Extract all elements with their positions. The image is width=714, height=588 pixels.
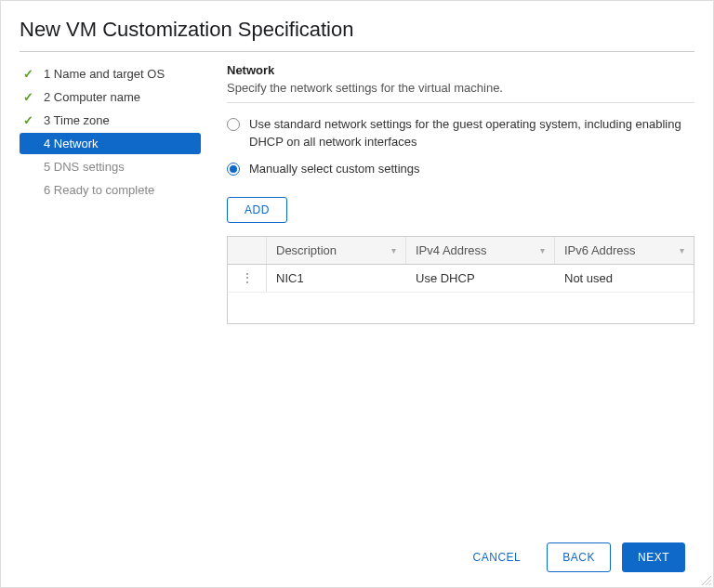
add-button[interactable]: ADD: [227, 197, 287, 223]
cell-ipv6: Not used: [555, 265, 694, 292]
resize-grip-icon[interactable]: [702, 576, 711, 585]
filter-icon[interactable]: ▾: [680, 245, 684, 255]
table-header: Description ▾ IPv4 Address ▾ IPv6 Addres…: [228, 237, 694, 265]
section-description: Specify the network settings for the vir…: [227, 81, 694, 95]
col-actions: [228, 237, 267, 264]
step-time-zone[interactable]: ✓ 3 Time zone: [20, 110, 201, 131]
section-heading: Network: [227, 63, 694, 77]
filter-icon[interactable]: ▾: [540, 245, 545, 255]
col-description[interactable]: Description ▾: [267, 237, 406, 264]
radio-icon[interactable]: [227, 163, 240, 176]
network-table: Description ▾ IPv4 Address ▾ IPv6 Addres…: [227, 236, 694, 324]
back-button[interactable]: BACK: [547, 542, 611, 572]
option-standard-label: Use standard network settings for the gu…: [249, 116, 694, 151]
row-menu-icon[interactable]: ⋮: [228, 265, 267, 292]
step-ready-complete[interactable]: ✓ 6 Ready to complete: [20, 179, 201, 201]
option-manual-label: Manually select custom settings: [249, 161, 420, 178]
step-computer-name[interactable]: ✓ 2 Computer name: [20, 86, 201, 108]
dialog-title: New VM Customization Specification: [20, 18, 694, 52]
divider: [227, 102, 694, 103]
radio-icon[interactable]: [227, 118, 240, 131]
check-icon: ✓: [23, 90, 38, 104]
check-icon: ✓: [23, 67, 38, 81]
cancel-button[interactable]: CANCEL: [458, 543, 536, 571]
next-button[interactable]: NEXT: [622, 542, 685, 572]
option-manual-settings[interactable]: Manually select custom settings: [227, 161, 694, 178]
dialog-footer: CANCEL BACK NEXT: [20, 528, 694, 587]
step-name-target-os[interactable]: ✓ 1 Name and target OS: [20, 63, 201, 85]
step-dns-settings[interactable]: ✓ 5 DNS settings: [20, 156, 201, 177]
step-network[interactable]: ✓ 4 Network: [20, 133, 201, 154]
svg-line-2: [709, 583, 711, 585]
content-panel: Network Specify the network settings for…: [201, 63, 694, 528]
col-ipv4[interactable]: IPv4 Address ▾: [406, 237, 555, 264]
option-standard-network[interactable]: Use standard network settings for the gu…: [227, 116, 694, 151]
col-ipv6[interactable]: IPv6 Address ▾: [555, 237, 694, 264]
cell-ipv4: Use DHCP: [406, 265, 555, 292]
table-row[interactable]: ⋮ NIC1 Use DHCP Not used: [228, 265, 694, 293]
cell-description: NIC1: [267, 265, 406, 292]
check-icon: ✓: [23, 113, 38, 127]
wizard-sidebar: ✓ 1 Name and target OS ✓ 2 Computer name…: [20, 63, 201, 528]
filter-icon[interactable]: ▾: [391, 245, 396, 255]
